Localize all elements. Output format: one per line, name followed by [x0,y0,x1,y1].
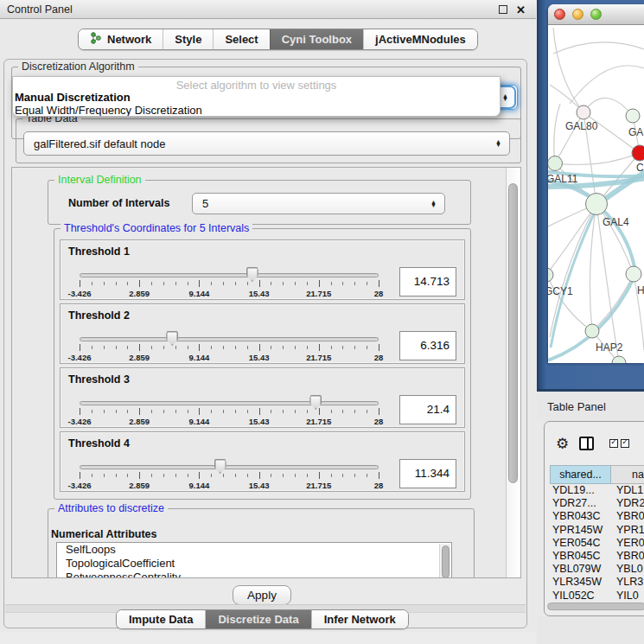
tab-impute-data[interactable]: Impute Data [117,610,205,628]
scrollbar-thumb[interactable] [547,603,644,610]
tab-network[interactable]: Network [79,29,163,49]
column-header-name[interactable]: na [611,465,644,484]
cell-name: YDR2 [611,497,644,510]
network-edge[interactable] [596,204,634,274]
slider-ticks [80,344,379,352]
table-data-combobox[interactable]: galFiltered.sif default node ▲▼ [23,131,510,156]
close-icon[interactable]: ✕ [516,4,526,16]
tab-label: Select [225,33,258,46]
tick-mark [271,474,271,477]
zoom-traffic-light[interactable] [590,9,602,20]
tick-label: 28 [374,289,384,298]
table-row[interactable]: YBL079W YBL0 [550,563,644,576]
tick-mark [104,474,105,477]
gear-icon[interactable]: ⚙ [556,437,569,451]
horizontal-scrollbar[interactable] [547,603,644,610]
group-label: Interval Definition [54,174,145,186]
tick-mark [188,282,188,285]
table-row[interactable]: YBR043C YBR0 [550,510,644,523]
slider-track[interactable] [80,273,379,277]
column-header-shared[interactable]: shared... [550,465,611,484]
apply-button[interactable]: Apply [233,585,291,605]
network-node[interactable] [632,145,644,161]
attribute-list-item[interactable]: SelfLoops [57,543,451,557]
vertical-scrollbar[interactable] [506,168,520,577]
network-edge[interactable] [555,153,640,165]
network-canvas[interactable]: GAL80GACGAL11GAL4GCY1HHAP2 [548,25,644,363]
network-node[interactable] [548,156,563,171]
combo-value: galFiltered.sif default node [24,137,495,150]
scrollbar-thumb[interactable] [442,545,450,578]
tab-jactivemnodules[interactable]: jActiveMNodules [363,29,477,49]
table-row[interactable]: YPR145W YPR1 [550,524,644,537]
attribute-list-item[interactable]: TopologicalCoefficient [57,557,451,571]
table-row[interactable]: YLR345W YLR3 [550,576,644,589]
table-row[interactable]: YDL19... YDL1 [550,484,644,497]
dropdown-option-manual[interactable]: Manual Discretization [13,91,500,104]
network-node[interactable] [585,324,599,338]
list-scrollbar[interactable] [439,544,450,578]
checkbox-icon[interactable] [609,439,618,448]
tick-mark [354,346,355,349]
tab-infer-network[interactable]: Infer Network [311,610,408,628]
tab-discretize-data[interactable]: Discretize Data [205,610,310,628]
tab-label: Impute Data [129,613,193,626]
spinner-arrows-icon: ▲▼ [495,140,501,147]
tick-mark [223,410,224,413]
slider-ticks [80,280,379,288]
tab-select[interactable]: Select [213,29,269,49]
network-edge[interactable] [553,28,583,112]
dropdown-prompt[interactable]: Select algorithm to view settings [13,77,500,91]
table-row[interactable]: YIL052C YIL0 [550,590,644,602]
attribute-list-item[interactable]: BetweennessCentrality [57,571,451,578]
threshold-slider[interactable]: -3.4262.8599.14415.4321.71528 [80,460,379,491]
network-node[interactable] [548,268,553,282]
network-edge[interactable] [583,98,633,116]
close-traffic-light[interactable] [554,9,565,20]
threshold-slider[interactable]: -3.4262.8599.14415.4321.71528 [80,396,379,427]
slider-track[interactable] [80,465,379,469]
threshold-value-field[interactable]: 6.316 [399,331,456,360]
table-panel-header: Table Panel [537,392,644,421]
tick-mark [127,474,128,477]
scrollbar-thumb[interactable] [508,183,518,483]
numerical-attributes-list[interactable]: SelfLoopsTopologicalCoefficientBetweenne… [56,542,452,578]
tick-mark [379,472,379,479]
tick-mark [139,280,140,287]
threshold-value-field[interactable]: 14.713 [399,267,456,296]
tab-cyni-toolbox[interactable]: Cyni Toolbox [270,29,363,49]
number-of-intervals-spinner[interactable]: 5 ▲▼ [192,193,445,214]
network-edge[interactable] [553,42,644,54]
threshold-value-field[interactable]: 11.344 [399,459,456,488]
tick-mark [139,408,140,415]
threshold-slider[interactable]: -3.4262.8599.14415.4321.71528 [80,268,379,299]
algorithm-dropdown-popup: Select algorithm to view settings Manual… [12,76,501,117]
tick-mark [235,474,236,477]
table-row[interactable]: YBR045C YBR0 [550,550,644,563]
table-row[interactable]: YER054C YER0 [550,537,644,550]
checkbox-icon[interactable] [621,439,629,448]
tab-style[interactable]: Style [163,29,213,49]
threshold-value-field[interactable]: 21.4 [399,395,456,424]
dropdown-option-equal-width[interactable]: Equal Width/Frequency Discretization [13,104,500,117]
network-node[interactable] [626,266,641,282]
tick-mark [80,472,80,479]
slider-track[interactable] [80,337,379,341]
tick-mark [319,344,320,351]
network-node-label: HAP2 [596,341,623,354]
tick-label: 21.715 [306,481,331,490]
table-row[interactable]: YDR27... YDR2 [550,497,644,510]
network-edge[interactable] [554,104,560,163]
cell-shared-name: YLR345W [550,576,611,589]
network-node[interactable] [586,194,608,215]
split-columns-icon[interactable] [579,437,594,450]
threshold-slider[interactable]: -3.4262.8599.14415.4321.71528 [80,332,379,363]
network-node-label: GAL11 [548,173,578,185]
network-node[interactable] [577,105,590,119]
combo-value: 5 [193,197,430,210]
tick-mark [199,408,200,415]
network-node[interactable] [626,109,640,123]
minimize-traffic-light[interactable] [572,9,583,20]
float-window-icon[interactable] [499,5,507,14]
slider-track[interactable] [80,401,379,405]
